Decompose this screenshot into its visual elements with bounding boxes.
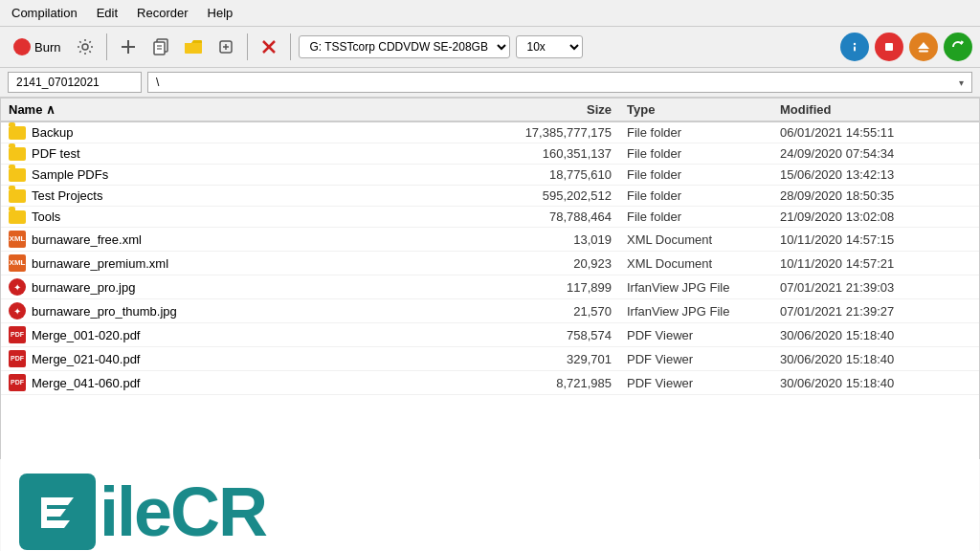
burn-circle-icon	[13, 38, 31, 55]
file-size: 21,570	[474, 304, 627, 319]
add-icon-button[interactable]	[115, 33, 142, 60]
file-type: IrfanView JPG File	[627, 304, 780, 319]
burn-button[interactable]: Burn	[8, 34, 66, 59]
table-row[interactable]: PDF test 160,351,137 File folder 24/09/2…	[1, 143, 979, 165]
col-size-header[interactable]: Size	[474, 102, 627, 117]
menu-edit[interactable]: Edit	[93, 4, 122, 22]
file-name-text: Tools	[32, 209, 60, 224]
info-button[interactable]	[840, 33, 869, 61]
folder-icon	[9, 189, 26, 203]
table-row[interactable]: Sample PDFs 18,775,610 File folder 15/06…	[1, 165, 979, 186]
file-modified: 24/09/2020 07:54:34	[780, 146, 971, 161]
stop-button[interactable]	[875, 33, 903, 61]
project-name-label: 2141_07012021	[8, 72, 142, 93]
pdf-icon: PDF	[9, 326, 26, 343]
col-modified-header[interactable]: Modified	[780, 102, 971, 117]
file-name-text: PDF test	[32, 146, 80, 161]
file-type: XML Document	[627, 232, 780, 247]
table-row[interactable]: burnaware_pro.jpg 117,899 IrfanView JPG …	[1, 276, 979, 299]
table-row[interactable]: XML burnaware_premium.xml 20,923 XML Doc…	[1, 252, 979, 276]
file-modified: 10/11/2020 14:57:21	[780, 256, 971, 271]
toolbar-separator-1	[106, 33, 107, 60]
table-row[interactable]: Test Projects 595,202,512 File folder 28…	[1, 186, 979, 207]
file-name: PDF Merge_021-040.pdf	[9, 350, 474, 367]
file-modified: 21/09/2020 13:02:08	[780, 209, 971, 224]
table-row[interactable]: Tools 78,788,464 File folder 21/09/2020 …	[1, 207, 979, 228]
path-value: \	[156, 76, 159, 89]
svg-point-0	[82, 44, 88, 50]
refresh-button[interactable]	[944, 33, 972, 61]
file-name: Test Projects	[9, 188, 474, 203]
file-type: PDF Viewer	[627, 376, 780, 390]
file-modified: 30/06/2020 15:18:40	[780, 376, 971, 390]
path-chevron-icon: ▾	[959, 77, 964, 88]
file-name-text: burnaware_pro.jpg	[32, 280, 135, 295]
file-size: 17,385,777,175	[474, 125, 627, 140]
file-name: Sample PDFs	[9, 167, 474, 182]
file-type: File folder	[627, 125, 780, 140]
file-size: 20,923	[474, 256, 627, 271]
file-type: PDF Viewer	[627, 328, 780, 342]
file-name-text: Sample PDFs	[32, 167, 108, 182]
menu-compilation[interactable]: Compilation	[8, 4, 81, 22]
svg-point-12	[854, 43, 856, 45]
jpg-icon	[9, 278, 26, 296]
file-name: burnaware_pro.jpg	[9, 278, 474, 296]
speed-selector[interactable]: 10x 4x 8x 16x Max	[516, 35, 583, 58]
toolbar: Burn	[0, 27, 980, 68]
folder-icon	[9, 168, 26, 182]
copy-icon-button[interactable]	[147, 33, 174, 60]
table-row[interactable]: Backup 17,385,777,175 File folder 06/01/…	[1, 122, 979, 143]
table-row[interactable]: PDF Merge_021-040.pdf 329,701 PDF Viewer…	[1, 347, 979, 371]
file-type: IrfanView JPG File	[627, 280, 780, 295]
eject-button[interactable]	[909, 33, 938, 61]
delete-icon-button[interactable]	[256, 33, 282, 60]
file-modified: 30/06/2020 15:18:40	[780, 328, 971, 342]
xml-icon: XML	[9, 231, 26, 248]
gear-icon-button[interactable]	[212, 33, 239, 60]
file-modified: 06/01/2021 14:55:11	[780, 125, 971, 140]
file-modified: 15/06/2020 13:42:13	[780, 167, 971, 182]
pdf-icon: PDF	[9, 374, 26, 391]
table-row[interactable]: burnaware_pro_thumb.jpg 21,570 IrfanView…	[1, 299, 979, 323]
folder-icon-button[interactable]	[180, 33, 207, 60]
folder-icon	[9, 147, 26, 161]
pathbar: 2141_07012021 \ ▾	[0, 68, 980, 98]
file-name: XML burnaware_premium.xml	[9, 254, 474, 272]
table-row[interactable]: PDF Merge_001-020.pdf 758,574 PDF Viewer…	[1, 323, 979, 347]
menu-help[interactable]: Help	[204, 4, 237, 22]
folder-icon	[9, 126, 26, 140]
settings-icon-button[interactable]	[72, 33, 99, 60]
folder-icon	[9, 210, 26, 224]
col-name-header[interactable]: Name∧	[9, 102, 474, 117]
file-name-text: Merge_021-040.pdf	[32, 352, 140, 366]
path-input[interactable]: \ ▾	[147, 72, 972, 93]
sort-arrow: ∧	[46, 102, 56, 117]
table-row[interactable]: XML burnaware_free.xml 13,019 XML Docume…	[1, 228, 979, 252]
file-name: burnaware_pro_thumb.jpg	[9, 302, 474, 320]
file-size: 160,351,137	[474, 146, 627, 161]
file-name-text: Merge_041-060.pdf	[32, 376, 140, 390]
file-name-text: Backup	[32, 125, 73, 140]
file-rows-container: Backup 17,385,777,175 File folder 06/01/…	[1, 122, 979, 395]
table-row[interactable]: PDF Merge_041-060.pdf 8,721,985 PDF View…	[1, 371, 979, 395]
col-type-header[interactable]: Type	[627, 102, 780, 117]
file-modified: 07/01/2021 21:39:03	[780, 280, 971, 295]
file-modified: 28/09/2020 18:50:35	[780, 188, 971, 203]
file-size: 18,775,610	[474, 167, 627, 182]
file-name: PDF Merge_001-020.pdf	[9, 326, 474, 343]
drive-selector[interactable]: G: TSSTcorp CDDVDW SE-208GB	[299, 35, 510, 58]
file-size: 117,899	[474, 280, 627, 295]
burn-label: Burn	[34, 40, 60, 55]
svg-rect-13	[854, 47, 856, 52]
main-area: Name∧ Size Type Modified Backup 17,385,7…	[0, 98, 980, 551]
menu-recorder[interactable]: Recorder	[133, 4, 191, 22]
file-type: PDF Viewer	[627, 352, 780, 366]
file-name-text: Test Projects	[32, 188, 102, 203]
col-name-text: Name	[9, 102, 42, 117]
file-size: 758,574	[474, 328, 627, 342]
file-name: XML burnaware_free.xml	[9, 231, 474, 248]
file-name-text: burnaware_premium.xml	[32, 256, 168, 271]
file-modified: 30/06/2020 15:18:40	[780, 352, 971, 366]
file-name-text: burnaware_free.xml	[32, 232, 142, 247]
